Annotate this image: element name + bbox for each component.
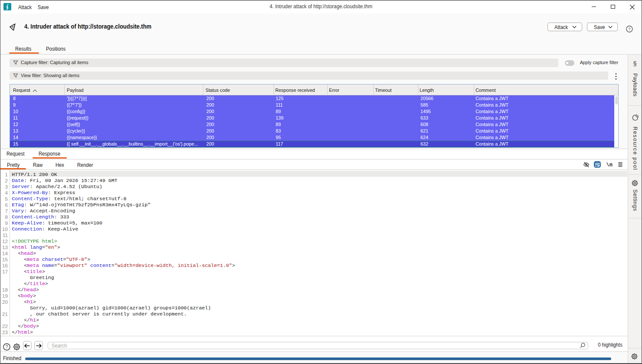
svg-text:?: ? bbox=[5, 344, 8, 349]
svg-text:?: ? bbox=[628, 26, 630, 31]
